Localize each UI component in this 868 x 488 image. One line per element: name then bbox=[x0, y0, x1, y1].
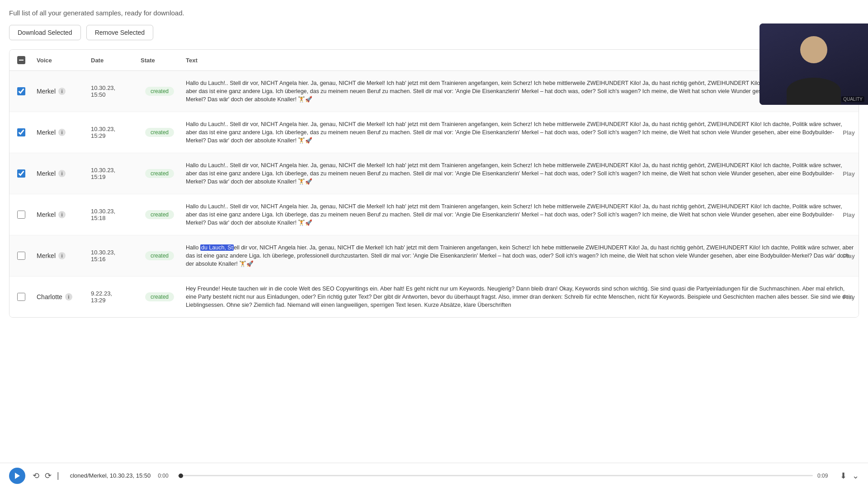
row-2-state-badge: created bbox=[145, 128, 174, 137]
page-subtitle: Full list of all your generated samples,… bbox=[9, 9, 859, 17]
table-header: Voice Date State Text bbox=[9, 50, 859, 71]
table-row: Merkel i 10.30.23,15:50 created Hallo du… bbox=[9, 71, 859, 112]
video-shoulders bbox=[787, 78, 841, 105]
row-3-info-icon[interactable]: i bbox=[58, 170, 66, 177]
video-overlay: QUALITY bbox=[760, 23, 868, 105]
row-5-checkbox-cell bbox=[9, 247, 33, 264]
row-5-voice-name: Merkel bbox=[37, 252, 56, 259]
player-play-button[interactable] bbox=[9, 468, 25, 484]
video-quality-badge: QUALITY bbox=[841, 96, 864, 102]
player-progress[interactable]: 0:00 0:09 bbox=[158, 473, 833, 479]
row-6-checkbox-cell bbox=[9, 288, 33, 305]
row-6-voice-name: Charlotte bbox=[37, 293, 62, 300]
row-4-voice-name: Merkel bbox=[37, 211, 56, 218]
row-5-highlight: du Lauch, St bbox=[200, 244, 234, 251]
row-5-text-wrapper: Hallo du Lauch, Stell dir vor, NICHT Ang… bbox=[182, 235, 859, 276]
progress-thumb bbox=[179, 474, 183, 478]
row-6-checkbox[interactable] bbox=[17, 293, 25, 301]
progress-bar[interactable] bbox=[178, 475, 813, 476]
row-2-checkbox[interactable] bbox=[17, 128, 25, 136]
row-4-text-wrapper: Hallo du Lauch!.. Stell dir vor, NICHT A… bbox=[182, 194, 859, 235]
row-6-voice: Charlotte i bbox=[33, 289, 87, 305]
header-text: Text bbox=[182, 54, 859, 66]
row-4-text: Hallo du Lauch!.. Stell dir vor, NICHT A… bbox=[186, 202, 854, 227]
position-indicator: | bbox=[57, 471, 59, 480]
row-2-info-icon[interactable]: i bbox=[58, 129, 66, 136]
table-row: Merkel i 10.30.23,15:19 created Hallo du… bbox=[9, 153, 859, 194]
row-2-date: 10.30.23,15:29 bbox=[87, 121, 137, 144]
row-6-play-button[interactable]: Play bbox=[843, 294, 855, 300]
row-5-state-badge: created bbox=[145, 251, 174, 260]
forward-button[interactable]: ⟳ bbox=[45, 471, 52, 481]
row-3-text: Hallo du Lauch!.. Stell dir vor, NICHT A… bbox=[186, 161, 854, 186]
row-2-text-wrapper: Hallo du Lauch!.. Stell dir vor, NICHT A… bbox=[182, 112, 859, 153]
page-wrapper: Full list of all your generated samples,… bbox=[0, 0, 868, 488]
header-state: State bbox=[137, 54, 182, 66]
player-controls: ⟲ ⟳ | bbox=[33, 471, 59, 481]
row-5-voice: Merkel i bbox=[33, 248, 87, 264]
row-4-checkbox-cell bbox=[9, 206, 33, 223]
table-row: Merkel i 10.30.23,15:16 created Hallo du… bbox=[9, 235, 859, 277]
row-5-play-button[interactable]: Play bbox=[843, 253, 855, 259]
row-1-text: Hallo du Lauch!.. Stell dir vor, NICHT A… bbox=[186, 79, 854, 103]
player-time-current: 0:00 bbox=[158, 473, 173, 479]
row-1-info-icon[interactable]: i bbox=[58, 88, 66, 95]
row-1-date: 10.30.23,15:50 bbox=[87, 80, 137, 103]
row-3-voice-name: Merkel bbox=[37, 170, 56, 177]
row-3-voice: Merkel i bbox=[33, 165, 87, 182]
bottom-player-bar: ⟲ ⟳ | cloned/Merkel, 10.30.23, 15:50 0:0… bbox=[0, 463, 868, 488]
row-1-state: created bbox=[137, 82, 182, 100]
row-2-play-button[interactable]: Play bbox=[843, 129, 855, 136]
row-6-state: created bbox=[137, 288, 182, 306]
row-2-checkbox-cell bbox=[9, 124, 33, 141]
row-3-checkbox-cell bbox=[9, 165, 33, 182]
row-1-voice-name: Merkel bbox=[37, 88, 56, 95]
row-5-date: 10.30.23,15:16 bbox=[87, 244, 137, 267]
remove-selected-button[interactable]: Remove Selected bbox=[86, 25, 154, 40]
row-3-date: 10.30.23,15:19 bbox=[87, 162, 137, 185]
chevron-down-icon[interactable]: ⌄ bbox=[852, 471, 859, 481]
row-3-state: created bbox=[137, 164, 182, 183]
video-person: QUALITY bbox=[760, 23, 868, 105]
player-time-total: 0:09 bbox=[817, 473, 833, 479]
row-6-state-badge: created bbox=[145, 292, 174, 301]
table-row: Merkel i 10.30.23,15:18 created Hallo du… bbox=[9, 194, 859, 235]
row-1-text-wrapper: Hallo du Lauch!.. Stell dir vor, NICHT A… bbox=[182, 71, 859, 112]
player-track-info: cloned/Merkel, 10.30.23, 15:50 bbox=[70, 472, 151, 479]
video-head bbox=[800, 36, 827, 63]
row-5-checkbox[interactable] bbox=[17, 252, 25, 260]
row-4-state-badge: created bbox=[145, 210, 174, 219]
row-1-checkbox[interactable] bbox=[17, 87, 25, 95]
row-4-play-button[interactable]: Play bbox=[843, 211, 855, 218]
row-4-date: 10.30.23,15:18 bbox=[87, 203, 137, 226]
player-right: ⬇ ⌄ bbox=[840, 471, 859, 481]
row-1-checkbox-cell bbox=[9, 83, 33, 100]
row-1-state-badge: created bbox=[145, 87, 174, 96]
samples-table: Voice Date State Text Merkel i 10.30.23,… bbox=[9, 49, 859, 318]
row-5-text: Hallo du Lauch, Stell dir vor, NICHT Ang… bbox=[186, 244, 854, 268]
row-6-date: 9.22.23,13:29 bbox=[87, 286, 137, 308]
row-5-info-icon[interactable]: i bbox=[58, 252, 66, 259]
header-voice: Voice bbox=[33, 54, 87, 66]
header-checkbox-col bbox=[9, 54, 33, 66]
row-6-text-wrapper: Hey Freunde! Heute tauchen wir in die co… bbox=[182, 277, 859, 317]
row-3-play-button[interactable]: Play bbox=[843, 170, 855, 177]
row-2-voice: Merkel i bbox=[33, 124, 87, 141]
row-4-state: created bbox=[137, 206, 182, 224]
row-2-text: Hallo du Lauch!.. Stell dir vor, NICHT A… bbox=[186, 120, 854, 145]
download-icon[interactable]: ⬇ bbox=[840, 471, 847, 481]
download-selected-button[interactable]: Download Selected bbox=[9, 25, 81, 40]
row-6-text: Hey Freunde! Heute tauchen wir in die co… bbox=[186, 285, 854, 309]
header-date: Date bbox=[87, 54, 137, 66]
row-6-info-icon[interactable]: i bbox=[65, 293, 72, 300]
row-4-voice: Merkel i bbox=[33, 206, 87, 223]
row-3-checkbox[interactable] bbox=[17, 169, 25, 178]
table-row: Charlotte i 9.22.23,13:29 created Hey Fr… bbox=[9, 277, 859, 317]
row-5-state: created bbox=[137, 247, 182, 265]
table-row: Merkel i 10.30.23,15:29 created Hallo du… bbox=[9, 112, 859, 153]
row-4-info-icon[interactable]: i bbox=[58, 211, 66, 218]
row-4-checkbox[interactable] bbox=[17, 211, 25, 219]
toolbar: Download Selected Remove Selected bbox=[9, 25, 859, 40]
select-all-checkbox[interactable] bbox=[17, 56, 25, 64]
rewind-button[interactable]: ⟲ bbox=[33, 471, 39, 481]
